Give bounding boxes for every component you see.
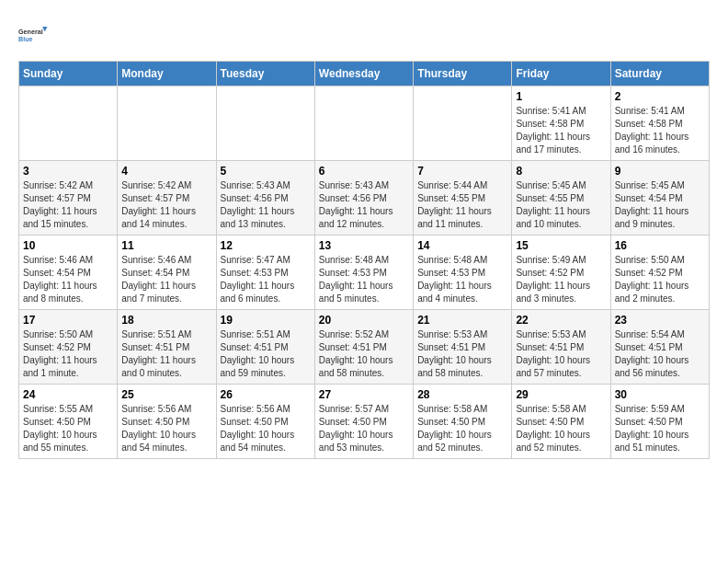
day-info: Sunset: 4:54 PM	[23, 267, 113, 280]
weekday-header: Tuesday	[216, 62, 314, 86]
day-info: Sunrise: 5:45 AM	[516, 179, 606, 192]
day-info: Daylight: 10 hours and 52 minutes.	[516, 429, 606, 454]
day-info: Daylight: 11 hours and 4 minutes.	[417, 280, 507, 305]
page-header: GeneralBlue	[18, 18, 710, 52]
day-info: Daylight: 11 hours and 7 minutes.	[121, 280, 211, 305]
day-info: Sunrise: 5:53 AM	[417, 328, 507, 341]
day-number: 23	[615, 314, 705, 327]
calendar-cell: 18Sunrise: 5:51 AMSunset: 4:51 PMDayligh…	[118, 310, 216, 385]
day-number: 12	[221, 239, 311, 252]
day-info: Sunrise: 5:44 AM	[417, 179, 507, 192]
day-info: Daylight: 10 hours and 54 minutes.	[121, 429, 211, 454]
calendar-cell: 20Sunrise: 5:52 AMSunset: 4:51 PMDayligh…	[314, 310, 413, 385]
day-info: Sunset: 4:51 PM	[417, 341, 507, 354]
day-number: 18	[121, 314, 211, 327]
calendar-cell: 16Sunrise: 5:50 AMSunset: 4:52 PMDayligh…	[610, 236, 709, 310]
logo-icon: GeneralBlue	[18, 18, 51, 52]
weekday-header: Monday	[118, 62, 216, 86]
day-info: Daylight: 10 hours and 56 minutes.	[615, 354, 705, 380]
day-info: Sunset: 4:51 PM	[615, 341, 705, 354]
day-info: Daylight: 10 hours and 52 minutes.	[417, 429, 507, 454]
day-info: Sunrise: 5:41 AM	[615, 105, 705, 118]
calendar-cell: 17Sunrise: 5:50 AMSunset: 4:52 PMDayligh…	[19, 310, 118, 385]
day-info: Sunrise: 5:45 AM	[615, 179, 705, 192]
day-info: Sunset: 4:58 PM	[516, 118, 606, 131]
calendar-cell: 23Sunrise: 5:54 AMSunset: 4:51 PMDayligh…	[610, 310, 709, 385]
day-info: Sunset: 4:50 PM	[221, 416, 311, 429]
day-number: 3	[23, 165, 113, 178]
day-info: Daylight: 10 hours and 53 minutes.	[319, 429, 409, 454]
calendar-cell: 9Sunrise: 5:45 AMSunset: 4:54 PMDaylight…	[610, 161, 709, 236]
day-number: 7	[417, 165, 507, 178]
calendar-cell: 28Sunrise: 5:58 AMSunset: 4:50 PMDayligh…	[414, 385, 512, 459]
day-number: 13	[319, 239, 409, 252]
calendar-cell: 5Sunrise: 5:43 AMSunset: 4:56 PMDaylight…	[216, 161, 314, 236]
day-info: Sunrise: 5:52 AM	[319, 328, 409, 341]
day-info: Sunrise: 5:55 AM	[23, 403, 113, 416]
day-info: Daylight: 11 hours and 9 minutes.	[615, 205, 705, 231]
calendar-cell: 7Sunrise: 5:44 AMSunset: 4:55 PMDaylight…	[414, 161, 512, 236]
day-info: Sunset: 4:50 PM	[417, 416, 507, 429]
day-number: 14	[417, 239, 507, 252]
day-info: Sunset: 4:50 PM	[121, 416, 211, 429]
day-info: Sunrise: 5:57 AM	[319, 403, 409, 416]
weekday-header: Saturday	[610, 62, 709, 86]
day-info: Sunrise: 5:46 AM	[121, 254, 211, 267]
day-number: 10	[23, 239, 113, 252]
day-number: 20	[319, 314, 409, 327]
calendar-cell: 3Sunrise: 5:42 AMSunset: 4:57 PMDaylight…	[19, 161, 118, 236]
calendar-cell: 25Sunrise: 5:56 AMSunset: 4:50 PMDayligh…	[118, 385, 216, 459]
day-info: Sunrise: 5:42 AM	[23, 179, 113, 192]
calendar-cell: 26Sunrise: 5:56 AMSunset: 4:50 PMDayligh…	[216, 385, 314, 459]
day-info: Daylight: 11 hours and 1 minute.	[23, 354, 113, 380]
day-info: Sunset: 4:55 PM	[417, 192, 507, 205]
logo: GeneralBlue	[18, 18, 55, 52]
day-info: Sunrise: 5:49 AM	[516, 254, 606, 267]
day-number: 4	[121, 165, 211, 178]
day-info: Sunset: 4:52 PM	[516, 267, 606, 280]
day-info: Sunset: 4:51 PM	[319, 341, 409, 354]
weekday-header-row: SundayMondayTuesdayWednesdayThursdayFrid…	[19, 62, 710, 86]
day-info: Daylight: 10 hours and 54 minutes.	[221, 429, 311, 454]
day-info: Sunset: 4:54 PM	[121, 267, 211, 280]
day-number: 24	[23, 388, 113, 401]
day-number: 29	[516, 388, 606, 401]
day-info: Daylight: 10 hours and 59 minutes.	[221, 354, 311, 380]
day-info: Daylight: 10 hours and 58 minutes.	[319, 354, 409, 380]
day-number: 5	[221, 165, 311, 178]
day-number: 21	[417, 314, 507, 327]
calendar-cell	[314, 86, 413, 161]
day-number: 6	[319, 165, 409, 178]
day-info: Sunset: 4:53 PM	[221, 267, 311, 280]
weekday-header: Thursday	[414, 62, 512, 86]
day-info: Sunset: 4:51 PM	[516, 341, 606, 354]
day-number: 22	[516, 314, 606, 327]
day-info: Sunset: 4:58 PM	[615, 118, 705, 131]
day-info: Sunrise: 5:51 AM	[221, 328, 311, 341]
day-number: 30	[615, 388, 705, 401]
day-info: Sunrise: 5:43 AM	[221, 179, 311, 192]
day-info: Sunrise: 5:56 AM	[121, 403, 211, 416]
day-info: Daylight: 11 hours and 12 minutes.	[319, 205, 409, 231]
calendar-cell: 2Sunrise: 5:41 AMSunset: 4:58 PMDaylight…	[610, 86, 709, 161]
day-info: Sunrise: 5:50 AM	[23, 328, 113, 341]
day-info: Sunrise: 5:46 AM	[23, 254, 113, 267]
day-info: Sunrise: 5:48 AM	[319, 254, 409, 267]
weekday-header: Wednesday	[314, 62, 413, 86]
day-number: 2	[615, 90, 705, 103]
calendar-cell: 19Sunrise: 5:51 AMSunset: 4:51 PMDayligh…	[216, 310, 314, 385]
day-info: Daylight: 11 hours and 14 minutes.	[121, 205, 211, 231]
day-info: Sunrise: 5:53 AM	[516, 328, 606, 341]
day-info: Daylight: 11 hours and 8 minutes.	[23, 280, 113, 305]
day-info: Sunrise: 5:56 AM	[221, 403, 311, 416]
day-number: 9	[615, 165, 705, 178]
calendar-cell	[414, 86, 512, 161]
day-info: Sunset: 4:56 PM	[221, 192, 311, 205]
day-number: 26	[221, 388, 311, 401]
day-info: Sunrise: 5:59 AM	[615, 403, 705, 416]
calendar-cell	[216, 86, 314, 161]
day-number: 28	[417, 388, 507, 401]
calendar-header: SundayMondayTuesdayWednesdayThursdayFrid…	[19, 62, 710, 86]
day-info: Sunrise: 5:42 AM	[121, 179, 211, 192]
calendar-cell: 12Sunrise: 5:47 AMSunset: 4:53 PMDayligh…	[216, 236, 314, 310]
